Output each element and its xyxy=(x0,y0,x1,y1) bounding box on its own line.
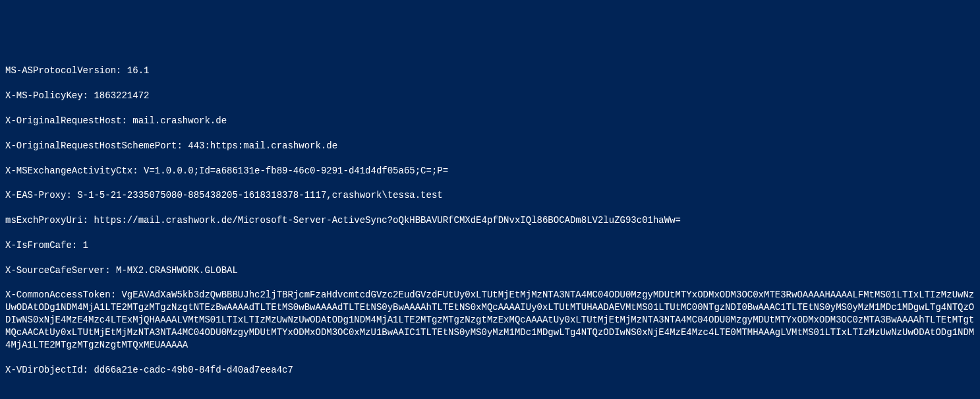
header-policy-key: X-MS-PolicyKey: 1863221472 xyxy=(5,90,975,102)
header-msexch-proxy-uri: msExchProxyUri: https://mail.crashwork.d… xyxy=(5,214,975,227)
header-as-protocol-version: MS-ASProtocolVersion: 16.1 xyxy=(5,65,975,77)
header-source-cafe-server: X-SourceCafeServer: M-MX2.CRASHWORK.GLOB… xyxy=(5,264,975,277)
header-orig-request-host: X-OriginalRequestHost: mail.crashwork.de xyxy=(5,115,975,127)
header-msexch-activity-ctx: X-MSExchangeActivityCtx: V=1.0.0.0;Id=a6… xyxy=(5,165,975,177)
header-common-access-token: X-CommonAccessToken: VgEAVAdXaW5kb3dzQwB… xyxy=(5,289,975,351)
header-eas-proxy: X-EAS-Proxy: S-1-5-21-2335075080-8854382… xyxy=(5,189,975,202)
header-is-from-cafe: X-IsFromCafe: 1 xyxy=(5,239,975,252)
header-vdir-object-id: X-VDirObjectId: dd66a21e-cadc-49b0-84fd-… xyxy=(5,364,975,377)
terminal-output: MS-ASProtocolVersion: 16.1 X-MS-PolicyKe… xyxy=(5,53,975,399)
header-orig-request-host-scheme-port: X-OriginalRequestHostSchemePort: 443:htt… xyxy=(5,140,975,152)
